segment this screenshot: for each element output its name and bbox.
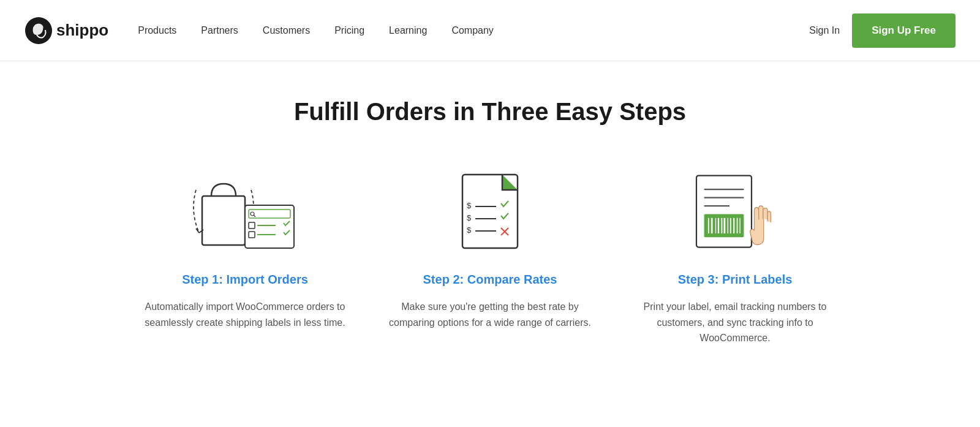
nav-learning[interactable]: Learning [379, 20, 437, 41]
step-1-icon [190, 162, 300, 260]
svg-text:$: $ [467, 225, 472, 235]
step-1-desc: Automatically import WooCommerce orders … [141, 299, 349, 330]
step-3-title: Step 3: Print Labels [678, 273, 793, 287]
step-1-title: Step 1: Import Orders [182, 273, 308, 287]
step-3-icon [680, 162, 790, 260]
svg-text:$: $ [467, 213, 472, 222]
svg-rect-1 [202, 196, 245, 245]
step-2-card: $ $ $ Step 2: Compare Rates Make sure yo… [386, 162, 594, 346]
nav-customers[interactable]: Customers [253, 20, 320, 41]
steps-grid: Step 1: Import Orders Automatically impo… [123, 162, 858, 346]
step-1-card: Step 1: Import Orders Automatically impo… [141, 162, 349, 346]
step-2-title: Step 2: Compare Rates [423, 273, 557, 287]
navbar: shippo Products Partners Customers Prici… [0, 0, 980, 61]
nav-links: Products Partners Customers Pricing Lear… [128, 20, 809, 41]
logo-text: shippo [56, 21, 108, 40]
logo-link[interactable]: shippo [24, 17, 108, 45]
step-3-desc: Print your label, email tracking numbers… [631, 299, 839, 346]
nav-pricing[interactable]: Pricing [325, 20, 374, 41]
main-content: Fulfill Orders in Three Easy Steps [0, 61, 980, 395]
step-3-card: Step 3: Print Labels Print your label, e… [631, 162, 839, 346]
step-2-desc: Make sure you're getting the best rate b… [386, 299, 594, 330]
nav-partners[interactable]: Partners [191, 20, 247, 41]
nav-products[interactable]: Products [128, 20, 186, 41]
step-2-icon: $ $ $ [435, 162, 545, 260]
nav-actions: Sign In Sign Up Free [809, 13, 956, 48]
nav-company[interactable]: Company [442, 20, 503, 41]
svg-text:$: $ [467, 201, 472, 210]
logo-icon [24, 17, 53, 45]
sign-up-button[interactable]: Sign Up Free [852, 13, 956, 48]
sign-in-link[interactable]: Sign In [809, 25, 840, 36]
section-title: Fulfill Orders in Three Easy Steps [24, 98, 956, 126]
